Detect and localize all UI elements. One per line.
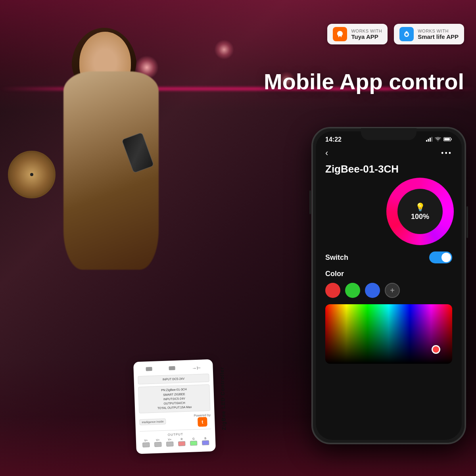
- phone-notch: [361, 128, 416, 140]
- tuya-badge: WORKS WITH Tuya APP: [327, 24, 388, 44]
- back-button[interactable]: ‹: [325, 148, 328, 158]
- add-color-button[interactable]: +: [385, 283, 400, 298]
- phone-mockup: 14:22: [311, 127, 466, 444]
- color-label: Color: [325, 270, 452, 278]
- switch-row: Switch: [325, 251, 452, 263]
- color-row: Color +: [325, 270, 452, 298]
- main-headline: Mobile App control: [264, 69, 464, 94]
- svg-rect-5: [432, 137, 433, 142]
- phone-screen: 14:22: [316, 131, 462, 440]
- svg-rect-4: [430, 138, 431, 142]
- phone-frame: 14:22: [311, 127, 466, 444]
- color-picker[interactable]: [325, 304, 452, 364]
- power-toggle[interactable]: [429, 251, 452, 263]
- connector-right: [169, 366, 175, 370]
- terminal-v3: V+: [166, 438, 174, 447]
- phone-nav-bar[interactable]: ‹ •••: [316, 145, 462, 161]
- powered-by-label: Powered by t: [194, 413, 211, 426]
- svg-rect-2: [426, 140, 427, 142]
- svg-rect-7: [451, 138, 452, 140]
- status-time: 14:22: [325, 136, 342, 143]
- connector-left: [146, 367, 152, 371]
- smartlife-badge-text: WORKS WITH Smart life APP: [418, 29, 459, 40]
- tuya-badge-text: WORKS WITH Tuya APP: [351, 29, 382, 40]
- power-button: [466, 206, 468, 238]
- recessed-light-2: [214, 40, 234, 60]
- wifi-icon: [435, 137, 441, 143]
- color-swatch-red[interactable]: [325, 283, 340, 298]
- device-tuya-badge: intelligence inside Powered by t: [139, 413, 211, 428]
- brightness-ring[interactable]: 💡 100%: [386, 178, 454, 245]
- phone-content: Switch Color +: [316, 251, 462, 364]
- woman-figure: [32, 24, 190, 349]
- battery-icon: [443, 137, 452, 143]
- color-swatch-green[interactable]: [345, 283, 360, 298]
- svg-rect-3: [428, 139, 429, 142]
- switch-label: Switch: [325, 253, 348, 262]
- terminal-b: B: [202, 436, 209, 446]
- tuya-icon: [333, 27, 347, 41]
- toggle-knob: [441, 253, 451, 262]
- output-terminal-row: V+ V+ V+ R G: [140, 436, 212, 448]
- device-spec-block: PN:ZigBee-01-3CH SMART ZIGBEE INPUT:DC5-…: [138, 384, 210, 413]
- intelligence-badge: intelligence inside: [139, 418, 166, 425]
- terminal-v1: V+: [142, 438, 150, 448]
- svg-point-1: [405, 33, 408, 36]
- brightness-percent: 100%: [411, 213, 429, 221]
- color-swatches: +: [325, 283, 452, 298]
- woman-body: [63, 71, 159, 270]
- terminal-r: R: [178, 437, 186, 447]
- device-top-connectors: →⊢: [138, 365, 209, 372]
- color-swatch-blue[interactable]: [365, 283, 380, 298]
- color-picker-cursor: [432, 345, 440, 354]
- smartlife-icon: [399, 27, 414, 41]
- signal-icon: [426, 137, 432, 143]
- device-hardware: →⊢ INPUT DC5-24V PN:ZigBee-01-3CH SMART …: [135, 361, 214, 453]
- device-white-box: →⊢ INPUT DC5-24V PN:ZigBee-01-3CH SMART …: [133, 359, 216, 453]
- smartlife-badge: WORKS WITH Smart life APP: [394, 24, 464, 44]
- device-input-label: INPUT DC5-24V: [138, 373, 209, 384]
- volume-button: [309, 190, 311, 214]
- device-output-section: OUTPUT V+ V+ V+ R: [140, 428, 211, 448]
- compatibility-badges: WORKS WITH Tuya APP WORKS WITH Smart lif…: [327, 24, 464, 44]
- bulb-icon: 💡: [415, 202, 425, 212]
- brightness-ring-area[interactable]: 💡 100%: [316, 178, 462, 245]
- terminal-g: G: [190, 437, 198, 446]
- tuya-logo-device: t: [198, 416, 207, 426]
- ring-center: 💡 100%: [397, 189, 443, 234]
- more-options-button[interactable]: •••: [441, 149, 452, 157]
- status-icons: [426, 137, 452, 143]
- arrow-symbol: →⊢: [192, 365, 200, 371]
- svg-rect-8: [444, 138, 450, 140]
- terminal-v2: V+: [154, 438, 162, 447]
